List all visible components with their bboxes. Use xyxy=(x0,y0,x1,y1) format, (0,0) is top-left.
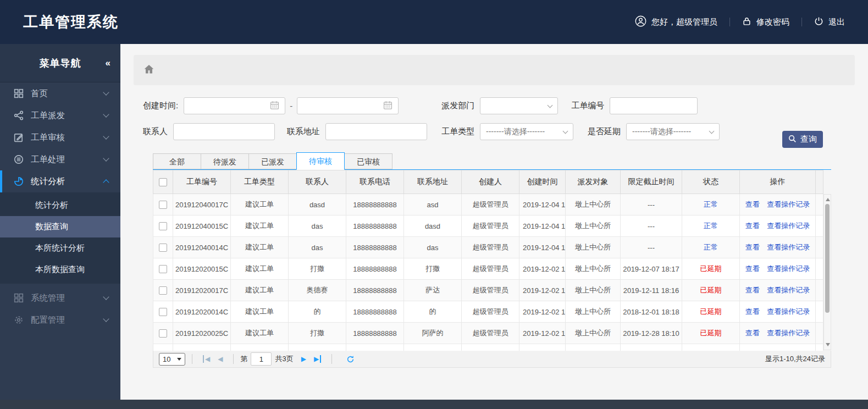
row-checkbox[interactable] xyxy=(159,329,167,338)
logout-label: 退出 xyxy=(828,17,845,27)
view-log-link[interactable]: 查看操作记录 xyxy=(767,264,810,273)
cell-creator: 超级管理员 xyxy=(462,258,519,280)
view-log-link[interactable]: 查看操作记录 xyxy=(767,286,810,294)
chevron-down-icon xyxy=(103,294,109,300)
sidebar-item-home[interactable]: 首页 xyxy=(0,82,120,104)
view-link[interactable]: 查看 xyxy=(745,222,760,230)
row-checkbox[interactable] xyxy=(159,201,167,209)
sidebar-item-config[interactable]: 配置管理 xyxy=(0,309,120,331)
last-page-button[interactable]: ▶ xyxy=(314,356,321,362)
cell-target: 墩上中心所 xyxy=(566,194,621,215)
change-password-link[interactable]: 修改密码 xyxy=(742,16,789,27)
sidebar-item-system[interactable]: 系统管理 xyxy=(0,287,120,309)
cell-created: 2019-12-04 15 xyxy=(519,215,566,237)
cell-order-type: 建议工单 xyxy=(231,323,289,344)
page-size-select[interactable]: 10 xyxy=(159,353,185,366)
first-page-button[interactable]: ◀ xyxy=(203,356,210,362)
next-page-button[interactable]: ▶ xyxy=(301,356,306,362)
row-checkbox[interactable] xyxy=(159,308,167,316)
cell-actions: 查看 查看操作记录 xyxy=(740,237,816,258)
refresh-icon[interactable] xyxy=(346,355,355,363)
table-row: 201912020014C 建议工单 的 18888888888 的 超级管理员… xyxy=(153,301,823,323)
view-log-link[interactable]: 查看操作记录 xyxy=(767,243,810,251)
table-row: 201912040015C 建议工单 das 18888888888 dasd … xyxy=(153,215,823,237)
view-link[interactable]: 查看 xyxy=(745,243,760,251)
address-input[interactable] xyxy=(325,123,427,140)
table-scrollbar[interactable] xyxy=(823,194,831,350)
calendar-icon[interactable] xyxy=(270,101,279,112)
submenu-item-data-query[interactable]: 数据查询 xyxy=(0,216,120,237)
cell-actions: 查看 查看操作记录 xyxy=(740,280,816,301)
view-link[interactable]: 查看 xyxy=(745,286,760,294)
col-creator: 创建人 xyxy=(462,170,519,194)
scrollbar-thumb[interactable] xyxy=(825,204,830,313)
tab-dispatched[interactable]: 已派发 xyxy=(248,153,297,169)
chevron-down-icon xyxy=(103,316,109,322)
table-row: 201912040017C 建议工单 dasd 18888888888 asd … xyxy=(153,194,823,215)
status-badge xyxy=(682,344,740,351)
header-divider xyxy=(801,18,802,26)
cell-created: 2019-12-04 15 xyxy=(519,237,566,258)
cell-phone: 18888888888 xyxy=(346,280,404,301)
filter-row-2: 联系人 联系地址 工单类型 -------请选择------- 是否延期 ---… xyxy=(143,123,868,140)
create-time-to-input[interactable] xyxy=(297,97,399,114)
logout-link[interactable]: 退出 xyxy=(814,16,845,27)
prev-page-button[interactable]: ◀ xyxy=(218,356,223,362)
record-summary: 显示1-10,共24记录 xyxy=(765,354,825,364)
view-log-link[interactable]: 查看操作记录 xyxy=(767,200,810,208)
gear-icon xyxy=(14,315,24,325)
collapse-sidebar-button[interactable]: « xyxy=(106,58,109,69)
view-log-link[interactable]: 查看操作记录 xyxy=(767,222,810,230)
order-type-select[interactable]: -------请选择------- xyxy=(480,123,573,140)
view-link[interactable]: 查看 xyxy=(745,200,760,208)
delay-select[interactable]: -------请选择------- xyxy=(626,123,720,140)
select-all-checkbox[interactable] xyxy=(159,178,167,186)
cell-deadline: 2019-12-07 18:17 xyxy=(621,258,682,280)
row-checkbox[interactable] xyxy=(159,244,167,252)
sidebar-item-process[interactable]: 工单处理 xyxy=(0,148,120,170)
calendar-icon[interactable] xyxy=(383,101,392,112)
cell-order-no xyxy=(173,344,231,351)
scroll-down-arrow-icon[interactable] xyxy=(826,343,830,346)
page-number-input[interactable] xyxy=(251,352,272,366)
row-checkbox[interactable] xyxy=(159,265,167,273)
sidebar-item-dispatch[interactable]: 工单派发 xyxy=(0,104,120,126)
dispatch-dept-select[interactable] xyxy=(480,97,558,114)
home-icon[interactable] xyxy=(143,64,154,77)
order-no-input[interactable] xyxy=(610,97,698,114)
cell-spacer xyxy=(816,280,823,301)
view-log-link[interactable]: 查看操作记录 xyxy=(767,329,810,337)
cell-target: 墩上中心所 xyxy=(566,323,621,344)
sidebar-item-review[interactable]: 工单审核 xyxy=(0,126,120,148)
view-link[interactable]: 查看 xyxy=(745,329,760,337)
create-time-from-input[interactable] xyxy=(184,97,285,114)
chevron-down-icon xyxy=(709,128,715,134)
cell-creator: 超级管理员 xyxy=(462,194,519,215)
submenu-item-statistics[interactable]: 统计分析 xyxy=(0,195,120,216)
view-log-link[interactable]: 查看操作记录 xyxy=(767,307,810,316)
row-checkbox[interactable] xyxy=(159,222,167,230)
status-badge: 已延期 xyxy=(682,301,740,323)
user-greeting[interactable]: 您好，超级管理员 xyxy=(635,15,717,29)
tab-all[interactable]: 全部 xyxy=(153,153,201,169)
view-link[interactable]: 查看 xyxy=(745,307,760,316)
tab-pending-review[interactable]: 待审核 xyxy=(296,152,345,170)
tab-reviewed[interactable]: 已审核 xyxy=(344,153,392,169)
row-checkbox[interactable] xyxy=(159,286,167,295)
view-link[interactable]: 查看 xyxy=(745,264,760,273)
order-type-label: 工单类型 xyxy=(441,126,474,137)
submenu-item-branch-statistics[interactable]: 本所统计分析 xyxy=(0,237,120,259)
tab-pending-dispatch[interactable]: 待派发 xyxy=(201,153,249,169)
cell-creator: 超级管理员 xyxy=(462,215,519,237)
contact-input[interactable] xyxy=(173,123,275,140)
home-grid-icon xyxy=(14,89,24,98)
cell-spacer xyxy=(816,344,823,351)
query-button[interactable]: 查询 xyxy=(782,131,823,148)
sidebar-item-statistics[interactable]: 统计分析 xyxy=(0,170,120,192)
submenu-item-branch-data-query[interactable]: 本所数据查询 xyxy=(0,259,120,280)
cell-spacer xyxy=(816,323,823,344)
cell-actions: 查看 查看操作记录 xyxy=(740,344,816,351)
scroll-up-arrow-icon[interactable] xyxy=(826,198,830,201)
table-row: 201912020017C 建议工单 奥德赛 18888888888 萨达 超级… xyxy=(153,280,823,301)
cell-creator: 超级管理员 xyxy=(462,323,519,344)
